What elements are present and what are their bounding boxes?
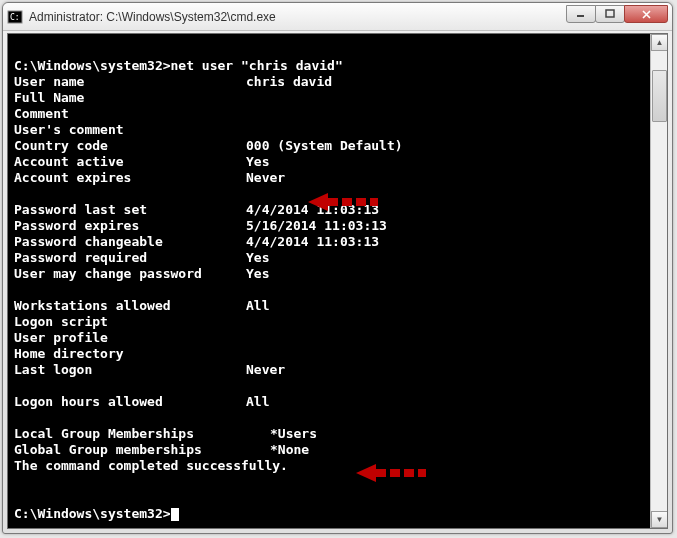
terminal-output[interactable]: C:\Windows\system32>net user "chris davi… [8, 34, 650, 528]
out-home-dir: Home directory [14, 346, 124, 361]
prompt-line: C:\Windows\system32>net user "chris davi… [14, 58, 343, 73]
svg-text:C:: C: [10, 13, 20, 22]
vertical-scrollbar[interactable]: ▲ ▼ [650, 34, 667, 528]
client-area: C:\Windows\system32>net user "chris davi… [7, 33, 668, 529]
out-country-code: Country code000 (System Default) [14, 138, 403, 153]
window-controls [567, 10, 668, 23]
out-logon-hours: Logon hours allowedAll [14, 394, 269, 409]
cmd-window: C: Administrator: C:\Windows\System32\cm… [2, 2, 673, 534]
minimize-button[interactable] [566, 5, 596, 23]
blank-line [14, 378, 22, 393]
out-workstations: Workstations allowedAll [14, 298, 269, 313]
out-user-may-change: User may change passwordYes [14, 266, 269, 281]
out-user-name: User namechris david [14, 74, 332, 89]
out-pw-last-set: Password last set4/4/2014 11:03:13 [14, 202, 379, 217]
svg-rect-3 [606, 10, 614, 17]
out-users-comment: User's comment [14, 122, 124, 137]
out-logon-script: Logon script [14, 314, 108, 329]
scroll-up-button[interactable]: ▲ [651, 34, 668, 51]
cmd-icon: C: [7, 9, 23, 25]
out-comment: Comment [14, 106, 69, 121]
scroll-thumb[interactable] [652, 70, 667, 122]
out-account-active: Account activeYes [14, 154, 269, 169]
prompt-line-2: C:\Windows\system32> [14, 506, 179, 521]
out-pw-changeable: Password changeable4/4/2014 11:03:13 [14, 234, 379, 249]
out-account-expires: Account expiresNever [14, 170, 285, 185]
blank-line [14, 474, 22, 489]
cursor [171, 508, 179, 521]
blank-line [14, 186, 22, 201]
blank-line [14, 282, 22, 297]
blank-line [14, 410, 22, 425]
titlebar[interactable]: C: Administrator: C:\Windows\System32\cm… [3, 3, 672, 31]
out-pw-expires: Password expires5/16/2014 11:03:13 [14, 218, 387, 233]
out-full-name: Full Name [14, 90, 84, 105]
svg-rect-2 [577, 15, 584, 17]
out-pw-required: Password requiredYes [14, 250, 269, 265]
maximize-button[interactable] [595, 5, 625, 23]
out-local-groups: Local Group Memberships*Users [14, 426, 317, 441]
blank-line [14, 42, 22, 57]
out-completed: The command completed successfully. [14, 458, 288, 473]
out-user-profile: User profile [14, 330, 108, 345]
blank-line [14, 490, 22, 505]
scroll-down-button[interactable]: ▼ [651, 511, 668, 528]
out-last-logon: Last logonNever [14, 362, 285, 377]
close-button[interactable] [624, 5, 668, 23]
window-title: Administrator: C:\Windows\System32\cmd.e… [29, 10, 567, 24]
out-global-groups: Global Group memberships*None [14, 442, 309, 457]
